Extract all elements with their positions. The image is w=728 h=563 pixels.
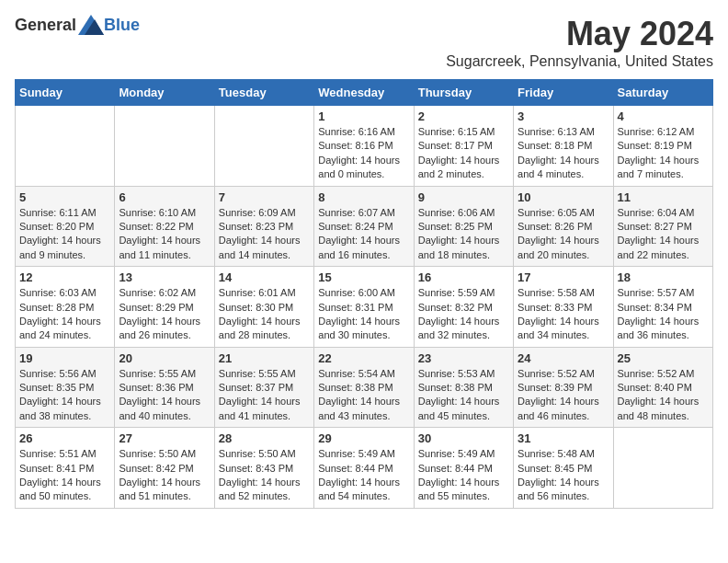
calendar-cell: 2Sunrise: 6:15 AMSunset: 8:17 PMDaylight… <box>414 106 513 187</box>
day-number: 10 <box>518 190 609 204</box>
day-number: 1 <box>318 109 409 123</box>
day-info: Sunrise: 5:50 AMSunset: 8:43 PMDaylight:… <box>219 447 310 504</box>
day-info: Sunrise: 5:50 AMSunset: 8:42 PMDaylight:… <box>119 447 210 504</box>
week-row-5: 26Sunrise: 5:51 AMSunset: 8:41 PMDayligh… <box>16 428 713 509</box>
calendar-cell: 1Sunrise: 6:16 AMSunset: 8:16 PMDaylight… <box>314 106 414 187</box>
day-info: Sunrise: 5:56 AMSunset: 8:35 PMDaylight:… <box>19 367 110 424</box>
calendar-cell: 19Sunrise: 5:56 AMSunset: 8:35 PMDayligh… <box>16 347 115 428</box>
calendar-cell: 20Sunrise: 5:55 AMSunset: 8:36 PMDayligh… <box>115 347 214 428</box>
calendar-cell: 13Sunrise: 6:02 AMSunset: 8:29 PMDayligh… <box>115 267 214 348</box>
day-number: 19 <box>19 351 110 365</box>
day-number: 6 <box>119 190 210 204</box>
day-info: Sunrise: 5:55 AMSunset: 8:36 PMDaylight:… <box>119 367 210 424</box>
calendar-cell: 24Sunrise: 5:52 AMSunset: 8:39 PMDayligh… <box>514 347 613 428</box>
day-info: Sunrise: 5:59 AMSunset: 8:32 PMDaylight:… <box>418 286 509 343</box>
day-info: Sunrise: 6:13 AMSunset: 8:18 PMDaylight:… <box>518 125 609 182</box>
week-row-1: 1Sunrise: 6:16 AMSunset: 8:16 PMDaylight… <box>16 106 713 187</box>
day-info: Sunrise: 5:58 AMSunset: 8:33 PMDaylight:… <box>518 286 609 343</box>
day-number: 31 <box>518 431 609 445</box>
day-info: Sunrise: 6:02 AMSunset: 8:29 PMDaylight:… <box>119 286 210 343</box>
day-info: Sunrise: 5:52 AMSunset: 8:40 PMDaylight:… <box>618 367 709 424</box>
day-number: 12 <box>19 270 110 284</box>
calendar-cell <box>16 106 115 187</box>
calendar-cell <box>613 428 712 509</box>
calendar-cell: 31Sunrise: 5:48 AMSunset: 8:45 PMDayligh… <box>514 428 613 509</box>
day-info: Sunrise: 5:54 AMSunset: 8:38 PMDaylight:… <box>318 367 409 424</box>
day-info: Sunrise: 6:15 AMSunset: 8:17 PMDaylight:… <box>418 125 509 182</box>
calendar-cell: 11Sunrise: 6:04 AMSunset: 8:27 PMDayligh… <box>613 186 712 267</box>
calendar-table: SundayMondayTuesdayWednesdayThursdayFrid… <box>15 79 713 509</box>
logo-blue: Blue <box>104 16 140 35</box>
weekday-header-friday: Friday <box>514 80 613 106</box>
calendar-cell <box>115 106 214 187</box>
day-number: 14 <box>219 270 310 284</box>
calendar-cell: 26Sunrise: 5:51 AMSunset: 8:41 PMDayligh… <box>16 428 115 509</box>
calendar-cell: 15Sunrise: 6:00 AMSunset: 8:31 PMDayligh… <box>314 267 414 348</box>
month-year: May 2024 <box>446 15 713 53</box>
day-info: Sunrise: 5:49 AMSunset: 8:44 PMDaylight:… <box>418 447 509 504</box>
day-number: 7 <box>219 190 310 204</box>
week-row-4: 19Sunrise: 5:56 AMSunset: 8:35 PMDayligh… <box>16 347 713 428</box>
logo-icon <box>78 15 104 35</box>
weekday-header-tuesday: Tuesday <box>214 80 313 106</box>
logo: General Blue <box>15 15 140 35</box>
weekday-header-monday: Monday <box>115 80 214 106</box>
day-number: 27 <box>119 431 210 445</box>
day-number: 28 <box>219 431 310 445</box>
day-info: Sunrise: 5:57 AMSunset: 8:34 PMDaylight:… <box>618 286 709 343</box>
day-number: 2 <box>418 109 509 123</box>
day-number: 20 <box>119 351 210 365</box>
calendar-cell: 22Sunrise: 5:54 AMSunset: 8:38 PMDayligh… <box>314 347 414 428</box>
day-number: 25 <box>618 351 709 365</box>
weekday-header-wednesday: Wednesday <box>314 80 414 106</box>
day-number: 11 <box>618 190 709 204</box>
calendar-cell: 7Sunrise: 6:09 AMSunset: 8:23 PMDaylight… <box>214 186 313 267</box>
day-info: Sunrise: 5:51 AMSunset: 8:41 PMDaylight:… <box>19 447 110 504</box>
day-number: 23 <box>418 351 509 365</box>
weekday-header-thursday: Thursday <box>414 80 513 106</box>
calendar-cell: 29Sunrise: 5:49 AMSunset: 8:44 PMDayligh… <box>314 428 414 509</box>
calendar-cell: 6Sunrise: 6:10 AMSunset: 8:22 PMDaylight… <box>115 186 214 267</box>
day-info: Sunrise: 6:00 AMSunset: 8:31 PMDaylight:… <box>318 286 409 343</box>
day-info: Sunrise: 6:07 AMSunset: 8:24 PMDaylight:… <box>318 206 409 263</box>
day-info: Sunrise: 6:12 AMSunset: 8:19 PMDaylight:… <box>618 125 709 182</box>
day-number: 26 <box>19 431 110 445</box>
day-number: 24 <box>518 351 609 365</box>
day-number: 13 <box>119 270 210 284</box>
day-number: 3 <box>518 109 609 123</box>
day-info: Sunrise: 6:16 AMSunset: 8:16 PMDaylight:… <box>318 125 409 182</box>
day-info: Sunrise: 6:03 AMSunset: 8:28 PMDaylight:… <box>19 286 110 343</box>
week-row-3: 12Sunrise: 6:03 AMSunset: 8:28 PMDayligh… <box>16 267 713 348</box>
day-number: 30 <box>418 431 509 445</box>
calendar-cell: 18Sunrise: 5:57 AMSunset: 8:34 PMDayligh… <box>613 267 712 348</box>
day-number: 4 <box>618 109 709 123</box>
calendar-cell: 23Sunrise: 5:53 AMSunset: 8:38 PMDayligh… <box>414 347 513 428</box>
day-info: Sunrise: 6:11 AMSunset: 8:20 PMDaylight:… <box>19 206 110 263</box>
day-info: Sunrise: 5:52 AMSunset: 8:39 PMDaylight:… <box>518 367 609 424</box>
week-row-2: 5Sunrise: 6:11 AMSunset: 8:20 PMDaylight… <box>16 186 713 267</box>
day-info: Sunrise: 6:01 AMSunset: 8:30 PMDaylight:… <box>219 286 310 343</box>
day-number: 5 <box>19 190 110 204</box>
day-number: 16 <box>418 270 509 284</box>
calendar-cell: 28Sunrise: 5:50 AMSunset: 8:43 PMDayligh… <box>214 428 313 509</box>
logo-general: General <box>15 16 76 35</box>
day-number: 8 <box>318 190 409 204</box>
day-info: Sunrise: 6:04 AMSunset: 8:27 PMDaylight:… <box>618 206 709 263</box>
day-info: Sunrise: 6:09 AMSunset: 8:23 PMDaylight:… <box>219 206 310 263</box>
calendar-cell: 16Sunrise: 5:59 AMSunset: 8:32 PMDayligh… <box>414 267 513 348</box>
day-number: 22 <box>318 351 409 365</box>
day-number: 9 <box>418 190 509 204</box>
day-number: 18 <box>618 270 709 284</box>
day-info: Sunrise: 5:48 AMSunset: 8:45 PMDaylight:… <box>518 447 609 504</box>
weekday-header-saturday: Saturday <box>613 80 712 106</box>
calendar-cell: 4Sunrise: 6:12 AMSunset: 8:19 PMDaylight… <box>613 106 712 187</box>
calendar-cell: 21Sunrise: 5:55 AMSunset: 8:37 PMDayligh… <box>214 347 313 428</box>
day-number: 17 <box>518 270 609 284</box>
calendar-cell: 10Sunrise: 6:05 AMSunset: 8:26 PMDayligh… <box>514 186 613 267</box>
calendar-cell: 5Sunrise: 6:11 AMSunset: 8:20 PMDaylight… <box>16 186 115 267</box>
title-block: May 2024 Sugarcreek, Pennsylvania, Unite… <box>446 15 713 70</box>
calendar-cell: 27Sunrise: 5:50 AMSunset: 8:42 PMDayligh… <box>115 428 214 509</box>
calendar-cell: 9Sunrise: 6:06 AMSunset: 8:25 PMDaylight… <box>414 186 513 267</box>
day-info: Sunrise: 6:05 AMSunset: 8:26 PMDaylight:… <box>518 206 609 263</box>
day-number: 15 <box>318 270 409 284</box>
